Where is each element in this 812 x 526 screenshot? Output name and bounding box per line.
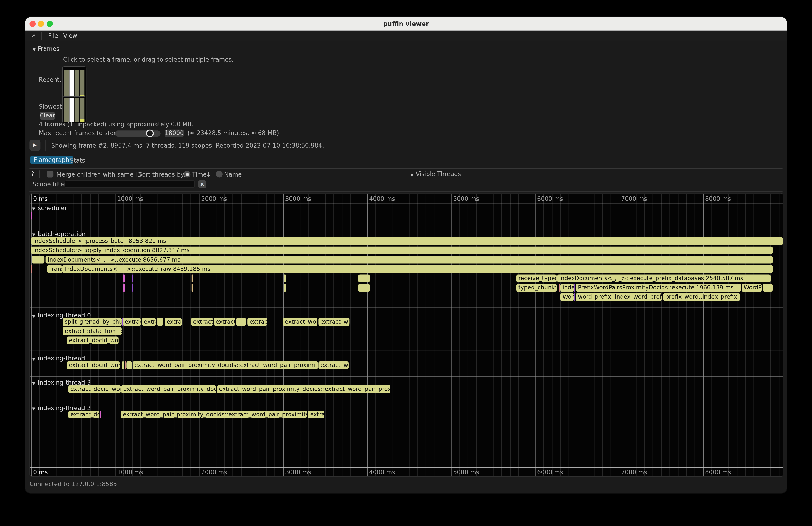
flame-bar[interactable]: [123, 284, 125, 292]
flame-bar[interactable]: extract_docid_word: [68, 385, 120, 393]
flame-bar[interactable]: IndexScheduler>::process_batch 8953.821 …: [31, 237, 783, 245]
flame-bar[interactable]: Word: [560, 293, 574, 301]
flame-bar[interactable]: extract_docid_wor: [67, 337, 119, 345]
slowest-frames-thumbnail[interactable]: [62, 97, 86, 123]
flame-bar[interactable]: word_prefix::index_word_prefix_: [576, 293, 662, 301]
frame-thumbnail-bar[interactable]: [80, 71, 84, 97]
flame-bar[interactable]: [125, 362, 126, 369]
flame-bar[interactable]: extrac: [164, 318, 182, 326]
axis-tick-label: 5000 ms: [453, 195, 479, 202]
flame-bar[interactable]: prefix_word::index_prefix_wo: [663, 293, 740, 301]
flame-bar[interactable]: [123, 274, 125, 282]
flame-bar[interactable]: [122, 318, 122, 326]
flame-bar[interactable]: [574, 284, 575, 292]
menu-file[interactable]: File: [48, 32, 58, 39]
flame-bar[interactable]: extract_word_pair_proximity_docids::extr…: [132, 362, 318, 369]
flame-bar[interactable]: [236, 318, 246, 326]
frame-thumbnail-bar[interactable]: [75, 71, 79, 97]
grid-line: [720, 194, 720, 477]
thread-name: indexing-thread:1: [38, 355, 91, 362]
flame-bar[interactable]: extract: [247, 318, 267, 326]
flame-bar[interactable]: [31, 265, 32, 273]
flame-bar[interactable]: split_grenad_by_chun: [62, 318, 122, 326]
flame-bar[interactable]: [192, 284, 193, 292]
flame-bar[interactable]: extract_word_pair_proximity_docids::extr…: [217, 385, 390, 393]
flame-bar[interactable]: [100, 411, 101, 419]
flame-bar[interactable]: [284, 284, 286, 292]
thread-header-indexing-thread:1[interactable]: ▼indexing-thread:1: [32, 355, 91, 362]
flame-bar[interactable]: typed_chunk::w: [516, 284, 556, 292]
flame-bar[interactable]: [132, 274, 133, 282]
flame-bar[interactable]: [31, 256, 44, 264]
flame-bar[interactable]: [122, 362, 124, 369]
thread-header-scheduler[interactable]: ▼scheduler: [32, 205, 67, 212]
flame-bar[interactable]: extract_: [214, 318, 235, 326]
flame-bar[interactable]: extract_: [191, 318, 213, 326]
flame-bar[interactable]: extract_doc: [68, 411, 99, 419]
scope-filter-clear-button[interactable]: x: [198, 180, 206, 188]
scope-filter-input[interactable]: [65, 180, 195, 188]
sort-direction-arrow-icon[interactable]: ↓: [206, 171, 211, 178]
tab-flamegraph[interactable]: Flamegraph: [30, 156, 73, 164]
flame-bar[interactable]: extract_word: [283, 318, 318, 326]
frame-thumbnail-bar[interactable]: [69, 98, 74, 122]
flame-bar[interactable]: receive_typed_: [516, 274, 556, 282]
flame-bar[interactable]: [763, 284, 773, 292]
flame-bar[interactable]: extract_wo: [318, 362, 349, 369]
controls-divider: [135, 170, 135, 178]
sort-time-radio[interactable]: [184, 171, 190, 177]
grid-line: [695, 194, 695, 477]
flame-bar[interactable]: [126, 362, 132, 369]
flame-bar[interactable]: IndexDocuments<_, _>::execute_prefix_dat…: [557, 274, 770, 282]
flame-bar[interactable]: [358, 274, 369, 282]
visible-threads-header[interactable]: ▶ Visible Threads: [411, 170, 461, 177]
flame-bar[interactable]: IndexDocuments<_, _>::execute 8656.677 m…: [46, 256, 773, 264]
sort-name-radio[interactable]: [216, 171, 223, 177]
flame-bar[interactable]: extrac: [308, 411, 324, 419]
flame-bar[interactable]: [358, 284, 369, 292]
frame-thumbnail-bar[interactable]: [75, 98, 79, 122]
flame-bar[interactable]: extract_docid_wor: [67, 362, 119, 369]
flame-bar[interactable]: [574, 293, 575, 301]
merge-children-checkbox[interactable]: [47, 171, 53, 177]
frame-thumbnail-bar[interactable]: [64, 98, 69, 122]
flame-bar[interactable]: extra: [142, 318, 156, 326]
flame-bar[interactable]: [559, 284, 560, 292]
flame-bar[interactable]: IndexDocuments<_, _>::execute_raw 8459.1…: [62, 265, 773, 273]
frames-section-header[interactable]: ▼ Frames: [33, 45, 59, 52]
frame-thumbnail-bar[interactable]: [64, 71, 69, 97]
flame-bar[interactable]: IndexScheduler>::apply_index_operation 8…: [31, 247, 773, 254]
flame-bar[interactable]: index: [560, 284, 574, 292]
flame-bar[interactable]: [284, 274, 286, 282]
flame-bar[interactable]: extract::data_from_ob: [62, 327, 122, 335]
flamegraph-canvas[interactable]: 0 ms0 ms1000 ms1000 ms2000 ms2000 ms3000…: [29, 193, 783, 477]
max-frames-value[interactable]: 18000: [165, 130, 184, 137]
menu-view[interactable]: View: [63, 32, 77, 39]
flame-bar[interactable]: [157, 318, 163, 326]
flame-bar[interactable]: extract_word_pair_proximity_docids::extr…: [120, 411, 307, 419]
title-bar[interactable]: puffin viewer: [25, 17, 786, 31]
frame-thumbnail-bar[interactable]: [80, 98, 84, 122]
flame-bar[interactable]: Trans: [47, 265, 62, 273]
clear-button[interactable]: Clear: [40, 112, 55, 120]
flame-bar[interactable]: PrefixWordPairsProximityDocids::execute …: [576, 284, 741, 292]
flame-bar[interactable]: WordPr: [742, 284, 762, 292]
play-button[interactable]: ▶: [29, 140, 40, 151]
flame-bar[interactable]: extract: [123, 318, 141, 326]
recent-frames-thumbnail[interactable]: [62, 66, 86, 100]
frame-thumbnail-bar[interactable]: [69, 71, 74, 97]
flame-bar[interactable]: [132, 284, 133, 292]
flame-bar[interactable]: extract_word_pair_proximity_docids: [121, 385, 216, 393]
thread-header-batch-operation[interactable]: ▼batch-operation: [32, 230, 86, 237]
theme-toggle-icon[interactable]: ✳: [31, 32, 37, 39]
slider-knob[interactable]: [146, 130, 154, 137]
flame-bar[interactable]: [31, 212, 32, 220]
flame-bar[interactable]: extract_wo: [318, 318, 349, 326]
grid-line: [283, 194, 284, 477]
window-title: puffin viewer: [25, 20, 786, 27]
collapse-triangle-icon: ▼: [33, 47, 36, 52]
grid-line: [611, 194, 611, 477]
flame-bar[interactable]: [192, 274, 193, 282]
tab-stats[interactable]: Stats: [70, 157, 85, 164]
help-button[interactable]: ?: [31, 170, 34, 177]
